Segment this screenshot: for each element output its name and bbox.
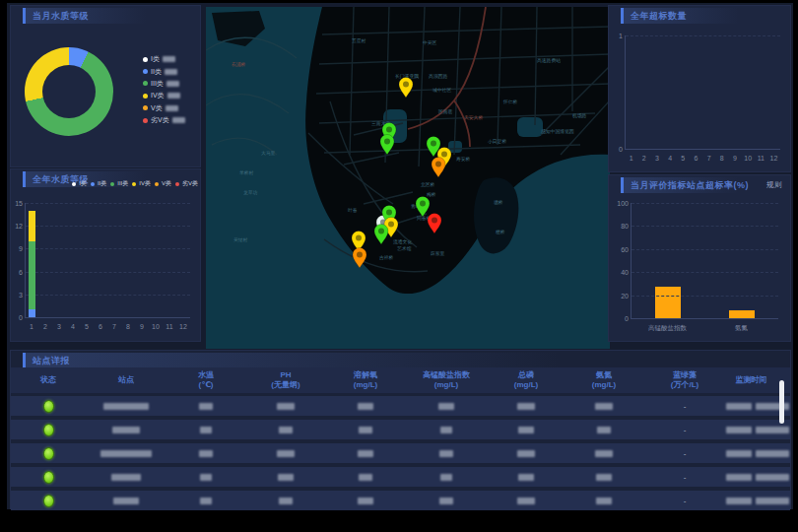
legend-dot [110, 182, 114, 186]
col-status: 状态 [11, 375, 86, 385]
donut-chart [25, 47, 113, 136]
rules-link[interactable]: 规则 [766, 177, 782, 193]
redacted-cell [518, 427, 534, 433]
x-tick-label: 10 [742, 155, 755, 162]
x-tick-label: 12 [767, 155, 780, 162]
redacted-cell [439, 450, 453, 457]
x-tick-label: 11 [755, 155, 767, 162]
panel-month-grade-title: 当月水质等级 [23, 8, 198, 24]
gridline [632, 203, 778, 204]
col-station: 站点 [86, 375, 166, 385]
redacted-cell [726, 403, 752, 410]
gridline [26, 203, 190, 204]
donut-legend: I类 II类 III类 IV类 V类 劣V类 [143, 53, 185, 126]
redacted-cell [278, 474, 294, 481]
panel-exceed-rate: 当月评价指标站点超标率(%) 规则 100806040200 高锰酸盐指数 氨氮 [608, 174, 791, 342]
algae-cell: - [643, 467, 726, 487]
redacted-cell [439, 498, 453, 504]
map-label: 中吴区 [423, 40, 437, 45]
gridline [632, 272, 778, 273]
x-tick-label: 2 [38, 323, 52, 330]
legend-item: 劣V类 [143, 114, 185, 126]
y-tick-label: 12 [15, 223, 26, 230]
map-canvas: 石浦桥五星村中吴区高速路费站机场路怀仁桥长门溪亚隅科嘉堡高浪西路三南大学城中社区… [206, 7, 610, 349]
map-label: 高浪西路 [429, 73, 447, 80]
redacted-cell [726, 427, 752, 433]
x-tick-label: 6 [94, 323, 107, 330]
map-label: 城中社区 [432, 88, 451, 93]
redacted-cell [517, 498, 535, 504]
redacted-cell [726, 474, 752, 481]
legend-dot [72, 182, 76, 186]
table-body: ----- [11, 396, 790, 514]
x-tick-label: 5 [677, 155, 690, 162]
legend-dot [143, 105, 148, 110]
y-tick-label: 6 [19, 268, 26, 275]
legend-label: II类 [98, 179, 106, 188]
algae-cell: - [643, 420, 726, 439]
status-dot [43, 471, 54, 484]
panel-exceed-rate-title: 当月评价指标站点超标率(%) 规则 [621, 177, 788, 193]
panel-station-table: 站点详报 状态 站点 水温(℃) PH(无量纲) 溶解氧(mg/L) 高锰酸盐指… [10, 350, 791, 509]
col-codmn: 高锰酸盐指数 [405, 370, 488, 380]
redacted-cell [200, 498, 212, 504]
x-tick-label: 4 [66, 323, 80, 330]
legend-dot [143, 57, 148, 62]
map-label: 区南巷 [438, 109, 453, 114]
redacted-value [166, 105, 178, 111]
legend-label: IV类 [139, 179, 151, 188]
map-label: 天安大桥 [464, 114, 483, 120]
col-time: 监测时间 [726, 375, 776, 385]
table-row[interactable]: - [11, 491, 790, 510]
y-tick-label: 1 [619, 33, 626, 39]
panel-annual-exceed-title: 全年超标数量 [621, 8, 788, 24]
y-tick-label: 0 [619, 146, 626, 153]
map-label: 怀仁桥 [502, 100, 518, 104]
legend-label: V类 [151, 103, 163, 113]
table-row[interactable]: - [11, 420, 790, 439]
table-row[interactable]: - [11, 443, 790, 463]
redacted-cell [199, 450, 213, 457]
redacted-cell [113, 498, 139, 504]
dashboard-root: 当月水质等级 I类 II类 III类 IV类 V类 劣V类 全年水质等级 I类 … [0, 0, 798, 532]
panel-exceed-rate-title-text: 当月评价指标站点超标率(%) [631, 180, 749, 190]
panel-annual-exceed: 全年超标数量 10 123456789101112 [608, 5, 791, 172]
x-tick-label: 2 [637, 155, 650, 162]
col-nh3n: 氨氮 [565, 370, 643, 380]
redacted-cell [358, 403, 373, 410]
time-cell [726, 443, 789, 463]
table-row[interactable]: - [11, 467, 790, 487]
redacted-cell [277, 403, 295, 410]
redacted-cell [726, 450, 752, 457]
col-ph: PH [245, 370, 326, 380]
panel-annual-grade: 全年水质等级 I类 II类 III类 IV类 V类 劣V类 15129630 1… [10, 168, 201, 342]
x-tick-label: 9 [728, 155, 741, 162]
bar-segment-III类 [29, 241, 35, 310]
y-tick-label: 20 [621, 292, 632, 299]
status-dot [43, 400, 54, 413]
col-algae: 蓝绿藻 [643, 370, 726, 380]
redacted-cell [277, 450, 295, 457]
time-cell [726, 467, 789, 487]
legend-item: II类 [143, 65, 185, 77]
table-row[interactable]: - [11, 396, 790, 416]
bar-segment-IV类 [29, 211, 35, 241]
redacted-cell [726, 498, 752, 504]
map[interactable]: 石浦桥五星村中吴区高速路费站机场路怀仁桥长门溪亚隅科嘉堡高浪西路三南大学城中社区… [206, 7, 610, 349]
y-tick-label: 0 [625, 315, 632, 322]
legend-label: 劣V类 [151, 115, 169, 125]
table-scrollbar[interactable] [779, 380, 784, 424]
col-do: 溶解氧 [326, 370, 405, 380]
annual-bar-chart: 15129630 [25, 203, 190, 318]
redacted-cell [596, 498, 612, 504]
redacted-cell [595, 450, 613, 457]
legend-item: V类 [143, 102, 185, 114]
redacted-cell [438, 403, 454, 410]
x-tick-label: 7 [702, 155, 715, 162]
redacted-cell [100, 450, 152, 457]
redacted-cell [359, 427, 372, 433]
legend-dot [155, 182, 159, 186]
map-label: 薛家里 [431, 250, 445, 256]
bar-segment-II类 [29, 309, 35, 317]
x-tick-label: 9 [135, 323, 149, 330]
